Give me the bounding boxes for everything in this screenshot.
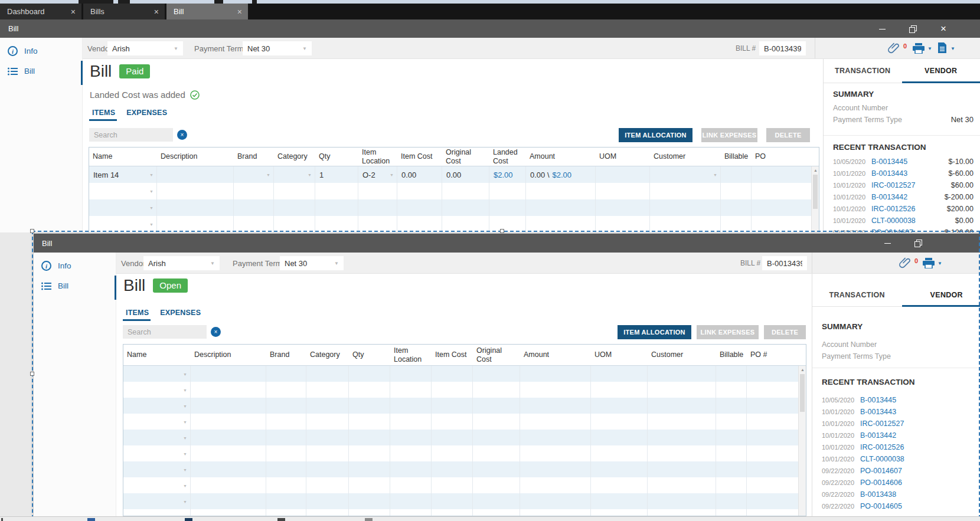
cell-billable[interactable] (721, 183, 752, 199)
cell-category[interactable] (274, 166, 315, 183)
cell-category[interactable] (306, 366, 349, 382)
cell-customer[interactable] (648, 445, 716, 461)
dropdown-caret-icon[interactable] (713, 173, 717, 177)
cell-amount[interactable] (520, 366, 591, 382)
cell-uom[interactable] (591, 445, 648, 461)
cell-item-location[interactable] (358, 216, 397, 232)
transaction-link[interactable]: B-0013445 (860, 396, 896, 404)
resize-handle-top-center[interactable] (500, 229, 504, 233)
transaction-link[interactable]: PO-0014607 (871, 228, 913, 232)
cell-brand[interactable] (266, 366, 306, 382)
search-input[interactable] (123, 325, 207, 339)
cell-qty[interactable] (349, 382, 390, 398)
cell-original-cost[interactable]: 0.00 (442, 166, 489, 183)
table-row-empty[interactable] (89, 183, 811, 199)
cell-po[interactable] (747, 382, 798, 398)
cell-description[interactable] (191, 477, 266, 493)
cell-item-location[interactable] (390, 430, 432, 445)
search-input[interactable] (89, 128, 173, 142)
cell-qty[interactable] (315, 199, 358, 216)
restore-button[interactable] (913, 238, 923, 248)
cell-customer[interactable] (648, 398, 716, 414)
cell-billable[interactable] (716, 445, 747, 461)
cell-amount[interactable] (520, 445, 591, 461)
payment-terms-dropdown[interactable]: Net 30 (280, 256, 344, 270)
cell-uom[interactable] (596, 166, 650, 183)
printer-icon[interactable] (913, 43, 925, 54)
cell-item-cost[interactable] (432, 366, 473, 382)
cell-customer[interactable] (648, 509, 716, 516)
cell-description[interactable] (191, 509, 266, 516)
cell-item-location[interactable] (390, 445, 432, 461)
dropdown-caret-icon[interactable] (183, 499, 187, 503)
cell-qty[interactable] (349, 366, 390, 382)
cell-original-cost[interactable] (473, 445, 520, 461)
cell-po[interactable] (747, 445, 798, 461)
cell-brand[interactable] (234, 216, 274, 232)
dropdown-caret-icon[interactable] (183, 483, 187, 487)
cell-item-location[interactable] (390, 414, 432, 430)
cell-uom[interactable] (596, 199, 650, 216)
cell-description[interactable] (191, 382, 266, 398)
cell-category[interactable] (306, 398, 349, 414)
cell-po[interactable] (747, 493, 798, 509)
cell-brand[interactable] (266, 414, 306, 430)
cell-customer[interactable] (648, 366, 716, 382)
item-allocation-button[interactable]: ITEM ALLOCATION (618, 325, 691, 339)
cell-amount[interactable] (520, 493, 591, 509)
link-expenses-button[interactable]: LINK EXPENSES (701, 128, 757, 142)
table-scrollbar[interactable] (798, 366, 806, 516)
dropdown-caret-icon[interactable] (183, 404, 187, 408)
cell-qty[interactable] (349, 509, 390, 516)
cell-original-cost[interactable] (473, 366, 520, 382)
cell-name[interactable] (123, 382, 191, 398)
panel-tab-vendor[interactable]: VENDOR (902, 59, 980, 83)
vendor-dropdown[interactable]: Arish (107, 41, 183, 55)
cell-description[interactable] (157, 166, 234, 183)
cell-po[interactable] (752, 183, 811, 199)
tab-bills[interactable]: Bills (83, 4, 165, 19)
cell-amount[interactable] (520, 461, 591, 477)
cell-item-cost[interactable] (432, 509, 473, 516)
dropdown-caret-icon[interactable] (390, 173, 394, 177)
dropdown-caret-icon[interactable] (149, 173, 153, 177)
restore-button[interactable] (907, 24, 918, 34)
table-row-empty[interactable] (89, 199, 811, 216)
transaction-link[interactable]: PO-0014607 (860, 467, 902, 475)
cell-brand[interactable] (266, 382, 306, 398)
cell-name[interactable] (123, 493, 191, 509)
cell-amount[interactable] (520, 382, 591, 398)
cell-brand[interactable] (266, 493, 306, 509)
cell-customer[interactable] (648, 477, 716, 493)
cell-billable[interactable] (716, 366, 747, 382)
cell-amount[interactable] (520, 430, 591, 445)
transaction-link[interactable]: B-0013438 (860, 490, 896, 499)
printer-icon[interactable] (923, 258, 935, 268)
transaction-link[interactable]: PO-0014606 (860, 479, 902, 487)
cell-billable[interactable] (721, 166, 752, 183)
cell-brand[interactable] (234, 166, 274, 183)
cell-po[interactable] (747, 366, 798, 382)
clear-search-button[interactable] (177, 130, 187, 140)
cell-original-cost[interactable] (442, 199, 489, 216)
cell-po[interactable] (747, 414, 798, 430)
tab-dashboard[interactable]: Dashboard (0, 4, 81, 19)
sidebar-item-info[interactable]: Info (34, 257, 116, 274)
cell-uom[interactable] (591, 461, 648, 477)
cell-name[interactable] (89, 199, 157, 216)
cell-description[interactable] (191, 430, 266, 445)
cell-item-location[interactable] (390, 461, 432, 477)
item-allocation-button[interactable]: ITEM ALLOCATION (619, 128, 692, 142)
close-icon[interactable] (237, 8, 242, 16)
resize-handle-top-left[interactable] (30, 229, 34, 233)
clear-search-button[interactable] (211, 327, 221, 337)
dropdown-caret-icon[interactable] (183, 451, 187, 456)
scroll-up-icon[interactable] (801, 368, 805, 372)
cell-billable[interactable] (721, 199, 752, 216)
cell-item-location[interactable] (390, 398, 432, 414)
cell-uom[interactable] (591, 509, 648, 516)
cell-customer[interactable] (648, 382, 716, 398)
cell-amount[interactable] (520, 477, 591, 493)
cell-billable[interactable] (716, 461, 747, 477)
sidebar-item-bill[interactable]: Bill (0, 63, 82, 80)
